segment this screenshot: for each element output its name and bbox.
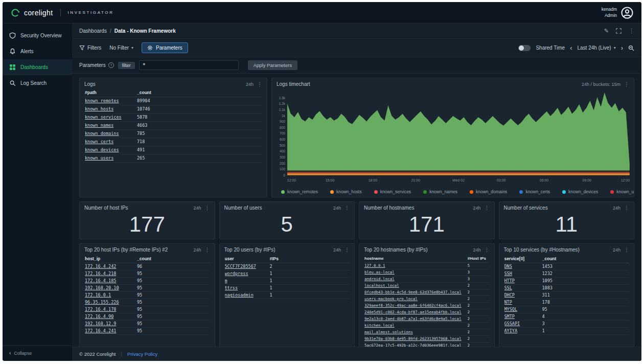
row-value-link[interactable]: GSSAPI	[504, 321, 537, 326]
row-value-link[interactable]: 5ac672ea-17c5-492b-a12c-7d036eee981f.loc…	[364, 343, 463, 347]
row-value-link[interactable]: mail.almost.solutions	[364, 330, 463, 334]
row-value-link[interactable]: 240e5d91-c002-4cda-bf87-ae15eeab4fbb.loc…	[364, 310, 463, 314]
kebab-menu-icon[interactable]: ⋮	[624, 247, 629, 253]
expand-icon[interactable]	[616, 28, 622, 34]
row-value-link[interactable]: NTP	[504, 300, 537, 305]
kebab-menu-icon[interactable]: ⋮	[624, 82, 629, 87]
row-value-link[interactable]: 172.16.4.185	[85, 278, 132, 283]
kebab-menu-icon[interactable]: ⋮	[485, 247, 490, 253]
row-value-link[interactable]: known_hosts	[85, 106, 132, 111]
legend-item[interactable]: known_remotes	[281, 189, 318, 194]
filters-button[interactable]: Filters	[79, 45, 101, 51]
row-value-link[interactable]: 172.16.4.90	[85, 314, 132, 319]
panel-title: Number of host IPs	[84, 205, 128, 211]
row-value-link[interactable]: 172.16.4.178	[85, 307, 132, 312]
kebab-menu-icon[interactable]: ⋮	[257, 82, 262, 87]
row-value-link[interactable]: known_names	[85, 123, 132, 128]
user-menu[interactable]: kenadm Admin	[602, 7, 633, 19]
row-value-link[interactable]: wordpress	[225, 271, 265, 276]
row-value-link[interactable]: nagiosadmin	[225, 292, 265, 298]
kebab-menu-icon[interactable]: ⋮	[205, 206, 210, 211]
sidebar-item-security-overview[interactable]: Security Overview	[3, 28, 72, 43]
legend-item[interactable]: known_devices	[562, 189, 598, 194]
row-value-link[interactable]: known_domains	[85, 131, 132, 136]
sidebar-collapse-button[interactable]: ‹ Collapse	[3, 345, 72, 361]
zoom-out-icon[interactable]	[628, 45, 634, 51]
row-value-link[interactable]: android.local	[364, 277, 463, 281]
row-value-link[interactable]: bleu.as-local	[364, 270, 463, 275]
kebab-menu-icon[interactable]: ⋮	[629, 28, 634, 34]
row-value-link[interactable]: known_users	[85, 155, 132, 161]
row-count: 10746	[137, 106, 262, 111]
parameters-toggle-button[interactable]: Parameters	[142, 42, 188, 53]
logs-timechart[interactable]: 01002003004005006007008009001k1.1k1.2k1.…	[272, 89, 634, 187]
sidebar-item-alerts[interactable]: Alerts	[3, 43, 72, 59]
row-value-link[interactable]: 9b31e70a-03b8-4e95-89fd-262313957068.loc…	[364, 336, 463, 341]
table-header-row: hostname#Host IPs	[364, 255, 489, 263]
row-value-link[interactable]: kitchen.local	[364, 323, 463, 328]
kebab-menu-icon[interactable]: ⋮	[624, 206, 629, 211]
table-row: known_hosts10746	[85, 105, 262, 113]
avatar-icon[interactable]	[621, 7, 633, 19]
legend-item[interactable]: known_users	[610, 189, 634, 194]
row-value-link[interactable]: SSL	[504, 285, 537, 290]
row-value-link[interactable]: DHCP	[504, 292, 537, 298]
row-value-link[interactable]: known_remotes	[85, 98, 132, 103]
row-value-link[interactable]: users-macbook-pro.local	[364, 297, 463, 301]
sidebar-item-dashboards[interactable]: Dashboards	[3, 59, 72, 75]
legend-item[interactable]: known_certs	[519, 189, 550, 194]
kebab-menu-icon[interactable]: ⋮	[344, 206, 350, 211]
row-value-link[interactable]: SMTP	[504, 314, 537, 319]
kebab-menu-icon[interactable]: ⋮	[485, 206, 490, 211]
apply-parameters-button[interactable]: Apply Parameters	[248, 60, 298, 70]
privacy-policy-link[interactable]: Privacy Policy	[127, 351, 157, 357]
kebab-menu-icon[interactable]: ⋮	[205, 247, 210, 253]
time-range-dropdown[interactable]: Last 24h (Live) ▾	[577, 45, 615, 51]
breadcrumb-dashboards-link[interactable]: Dashboards	[79, 28, 107, 34]
table-row: nagiosadmin1	[225, 292, 350, 299]
row-value-link[interactable]: 5CCF7F285567	[225, 264, 265, 269]
footer-separator: |	[121, 351, 122, 357]
parameter-filter-input[interactable]	[139, 60, 239, 70]
row-value-link[interactable]: known_devices	[85, 147, 132, 152]
column-header: #IPs	[270, 256, 350, 261]
row-value-link[interactable]: known_services	[85, 115, 132, 120]
time-forward-chevron-icon[interactable]: ›	[621, 44, 623, 51]
time-back-chevron-icon[interactable]: ‹	[570, 44, 572, 51]
row-value-link[interactable]: SSH	[504, 271, 537, 276]
row-value-link[interactable]: 192.168.12.9	[85, 321, 132, 326]
row-value-link[interactable]: 127.0.0.1	[364, 263, 463, 268]
row-count: 2	[468, 316, 489, 321]
row-value-link[interactable]: 329aeef8-352c-49ac-aa8e-6f6402cf4ac6.loc…	[364, 303, 463, 308]
kebab-menu-icon[interactable]: ⋮	[344, 247, 350, 253]
row-value-link[interactable]: MYSQL	[504, 307, 537, 312]
row-value-link[interactable]: AYIYA	[504, 328, 537, 333]
legend-item[interactable]: known_hosts	[330, 189, 362, 194]
row-value-link[interactable]: HTTP	[504, 278, 537, 283]
row-value-link[interactable]: 172.16.4.242	[85, 264, 132, 269]
row-value-link[interactable]: 172.16.4.218	[85, 271, 132, 276]
row-value-link[interactable]: ttrss	[225, 285, 265, 290]
table-row: 192.168.20.1095	[85, 285, 210, 292]
row-value-link[interactable]: 192.168.20.10	[85, 285, 132, 290]
edit-pencil-icon[interactable]: ✎	[604, 28, 609, 34]
copyright-text: © 2022 Corelight	[79, 351, 116, 357]
row-value-link[interactable]: 9e2a13c0-2aed-4b87-a7a1-e63fd6c8e9a5.loc…	[364, 316, 463, 321]
row-count: 1453	[542, 264, 629, 269]
row-value-link[interactable]: 96.35.155.226	[85, 300, 132, 305]
row-value-link[interactable]: known_certs	[85, 139, 132, 144]
row-value-link[interactable]: DNS	[504, 264, 537, 269]
row-value-link[interactable]: m	[225, 278, 265, 283]
legend-item[interactable]: known_services	[374, 189, 411, 194]
legend-item[interactable]: known_names	[423, 189, 457, 194]
stat-value: 177	[80, 213, 215, 239]
row-value-link[interactable]: 0fcedb43-bb1e-4c5d-9ee8-62d376e8b437.loc…	[364, 290, 463, 294]
shared-time-toggle[interactable]	[518, 45, 531, 51]
row-value-link[interactable]: 172.16.4.241	[85, 328, 132, 333]
table-row: 0fcedb43-bb1e-4c5d-9ee8-62d376e8b437.loc…	[364, 289, 489, 296]
legend-item[interactable]: known_domains	[470, 189, 507, 194]
sidebar-item-log-search[interactable]: Log Search	[3, 75, 72, 91]
no-filter-dropdown[interactable]: No Filter ▾	[109, 45, 133, 51]
row-value-link[interactable]: 172.16.0.1	[85, 292, 132, 298]
row-value-link[interactable]: localhost.local	[364, 283, 463, 288]
